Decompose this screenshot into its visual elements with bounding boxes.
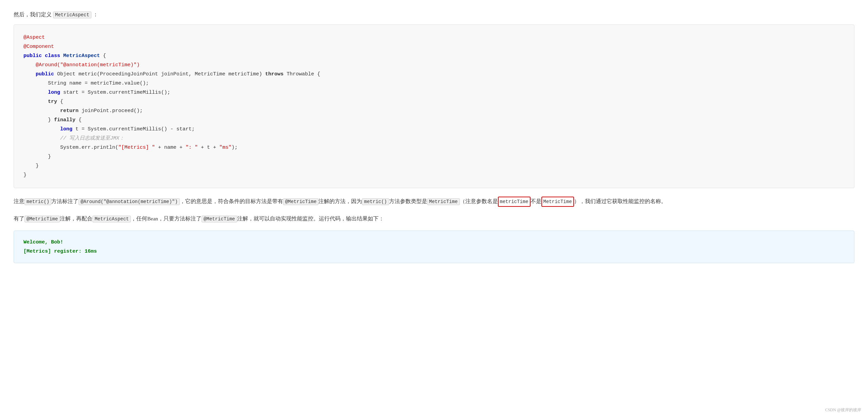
intro-code: MetricAspect — [53, 12, 91, 18]
prose-1-code4: metric() — [362, 198, 389, 205]
prose-1-part5: 方法参数类型是 — [389, 198, 427, 204]
code-block: @Aspect @Component public class MetricAs… — [14, 24, 854, 188]
prose-2-part4: 注解，就可以自动实现性能监控。运行代码，输出结果如下： — [237, 216, 384, 221]
code-line-10: } finally { — [23, 115, 845, 125]
code-line-2: @Component — [23, 42, 845, 51]
intro-line: 然后，我们定义 MetricAspect ： — [14, 10, 854, 19]
prose-2-code1: @MetricTime — [24, 216, 60, 222]
prose-2-part1: 有了 — [14, 216, 24, 221]
code-line-1: @Aspect — [23, 33, 845, 42]
intro-text: 然后，我们定义 — [14, 12, 52, 17]
output-text-2: [Metrics] register: 16ms — [23, 249, 97, 254]
code-line-16: } — [23, 170, 845, 180]
code-line-8: try { — [23, 97, 845, 106]
prose-1-line: 注意metric()方法标注了@Around("@annotation(metr… — [14, 198, 666, 204]
prose-1-part2: 方法标注了 — [51, 198, 79, 204]
prose-1-part7: 不是 — [531, 198, 541, 204]
prose-1-code3: @MetricTime — [283, 198, 318, 205]
output-line-1: Welcome, Bob! — [23, 238, 845, 247]
code-line-7: long start = System.currentTimeMillis(); — [23, 88, 845, 97]
prose-2-code4: @MetricTime — [202, 216, 237, 222]
code-line-6: String name = metricTime.value(); — [23, 79, 845, 88]
output-text-1: Welcome, Bob! — [23, 239, 63, 245]
prose-1-part1: 注意 — [14, 198, 24, 204]
prose-2-part2: 注解，再配合 — [60, 216, 92, 221]
prose-1-part3: ，它的意思是，符合条件的目标方法是带有 — [180, 198, 283, 204]
code-line-13: System.err.println("[Metrics] " + name +… — [23, 143, 845, 152]
code-line-3: public class MetricAspect { — [23, 51, 845, 60]
code-line-4: @Around("@annotation(metricTime)") — [23, 60, 845, 70]
code-line-9: return joinPoint.proceed(); — [23, 106, 845, 115]
prose-2-code2: MetricAspect — [92, 216, 131, 222]
prose-1-highlight1: metricTime — [498, 197, 531, 207]
code-line-11: long t = System.currentTimeMillis() - st… — [23, 125, 845, 134]
prose-paragraph-2: 有了@MetricTime注解，再配合MetricAspect，任何Bean，只… — [14, 214, 854, 224]
code-line-15: } — [23, 161, 845, 170]
prose-1-code2: @Around("@annotation(metricTime)") — [79, 198, 180, 205]
prose-1-part8: ），我们通过它获取性能监控的名称。 — [574, 198, 666, 204]
output-block: Welcome, Bob! [Metrics] register: 16ms — [14, 231, 854, 263]
prose-1-highlight2: MetricTime — [541, 197, 574, 207]
code-line-5: public Object metric(ProceedingJoinPoint… — [23, 70, 845, 79]
code-line-12: // 写入日志或发送至JMX： — [23, 134, 845, 143]
prose-1-code5: MetricTime — [427, 198, 460, 205]
prose-1-part6: （注意参数名是 — [460, 198, 498, 204]
prose-paragraph-1: 注意metric()方法标注了@Around("@annotation(metr… — [14, 196, 854, 207]
intro-colon: ： — [93, 12, 98, 17]
prose-2-part3: ，任何Bean，只要方法标注了 — [131, 216, 202, 221]
prose-1-code1: metric() — [24, 198, 51, 205]
code-line-14: } — [23, 152, 845, 161]
prose-1-part4: 注解的方法，因为 — [318, 198, 362, 204]
output-line-2: [Metrics] register: 16ms — [23, 247, 845, 256]
